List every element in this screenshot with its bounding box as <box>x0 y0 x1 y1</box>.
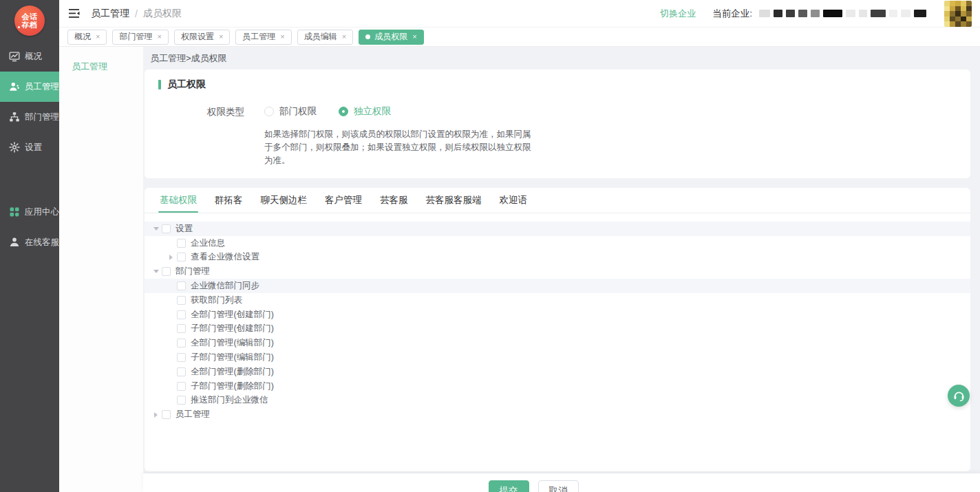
tree-checkbox[interactable] <box>177 281 186 290</box>
tree-checkbox[interactable] <box>162 410 171 419</box>
expand-arrow-icon[interactable] <box>167 253 175 261</box>
permission-tab[interactable]: 客户管理 <box>325 188 362 213</box>
permission-type-card: 员工权限 权限类型 部门权限 独立权限 如果选择部门权限，则该成员的权限以部门设… <box>145 69 970 178</box>
tree-row[interactable]: 查看企业微信设置 <box>145 250 970 265</box>
radio-option[interactable]: 独立权限 <box>339 105 391 118</box>
sidebar-item-overview[interactable]: 概况 <box>0 41 59 72</box>
expand-arrow-icon[interactable] <box>151 410 160 419</box>
footer-buttons: 提交 取消 <box>489 480 579 492</box>
cancel-button[interactable]: 取消 <box>538 480 579 492</box>
tree-checkbox[interactable] <box>177 382 186 391</box>
service-person-icon <box>9 237 20 248</box>
close-tab-icon[interactable]: × <box>96 33 100 41</box>
open-tab[interactable]: 权限设置 × <box>174 30 230 45</box>
tree-checkbox[interactable] <box>177 239 186 248</box>
switch-company-link[interactable]: 切换企业 <box>660 8 696 20</box>
expand-arrow-icon[interactable] <box>151 267 160 276</box>
close-tab-icon[interactable]: × <box>412 33 416 41</box>
section-title-text: 员工权限 <box>167 78 206 91</box>
active-tab-dot-icon <box>365 34 370 39</box>
open-tab-label: 权限设置 <box>181 31 214 43</box>
gear-icon <box>9 142 20 153</box>
tree-row[interactable]: 企业微信部门同步 <box>145 279 970 293</box>
close-tab-icon[interactable]: × <box>219 33 223 41</box>
radio-option[interactable]: 部门权限 <box>264 105 317 118</box>
tree-row[interactable]: 子部门管理(创建部门) <box>145 322 970 336</box>
sidebar-item-settings[interactable]: 设置 <box>0 132 59 162</box>
open-tab[interactable]: 员工管理 × <box>235 30 291 45</box>
user-avatar[interactable] <box>944 1 972 27</box>
tree-checkbox[interactable] <box>162 267 171 276</box>
tree-row[interactable]: 获取部门列表 <box>145 293 970 308</box>
tree-row[interactable]: 部门管理 <box>145 264 970 279</box>
app-logo[interactable]: 会话 存档 <box>14 6 45 36</box>
permission-tabs: 基础权限 群拓客 聊天侧边栏 客户管理 芸客服 芸客服客服端 欢迎语 <box>145 188 970 213</box>
tree-checkbox[interactable] <box>177 353 186 362</box>
tree-checkbox[interactable] <box>162 224 171 233</box>
expand-arrow-icon <box>167 382 175 391</box>
sidebar-item-app-center[interactable]: 应用中心 <box>0 197 59 227</box>
close-tab-icon[interactable]: × <box>342 33 346 41</box>
expand-arrow-icon <box>167 239 175 248</box>
submit-button[interactable]: 提交 <box>489 480 529 492</box>
tree-row-label: 全部门管理(创建部门) <box>191 309 274 321</box>
permission-type-label: 权限类型 <box>158 106 264 118</box>
tree-row[interactable]: 全部门管理(创建部门) <box>145 308 970 322</box>
trend-chart-icon <box>9 51 20 62</box>
close-tab-icon[interactable]: × <box>280 33 284 41</box>
permission-tab-label: 群拓客 <box>215 194 243 206</box>
close-tab-icon[interactable]: × <box>157 33 161 41</box>
tree-checkbox[interactable] <box>177 253 186 261</box>
permission-tab[interactable]: 聊天侧边栏 <box>261 188 308 213</box>
top-header: 员工管理 / 成员权限 切换企业 当前企业: <box>59 0 980 28</box>
permission-tab-label: 芸客服 <box>380 194 408 206</box>
permission-tab[interactable]: 芸客服客服端 <box>426 188 482 213</box>
tree-checkbox[interactable] <box>177 339 186 347</box>
tree-row[interactable]: 全部门管理(编辑部门) <box>145 336 970 350</box>
tree-row[interactable]: 设置 <box>145 222 970 236</box>
logo-text-line1: 会话 <box>22 12 38 21</box>
permission-tab[interactable]: 基础权限 <box>160 188 197 213</box>
open-tab[interactable]: 成员编辑 × <box>297 30 353 45</box>
expand-arrow-icon <box>167 396 175 405</box>
sidebar-item-label: 员工管理 <box>25 81 59 93</box>
tree-checkbox[interactable] <box>177 396 186 405</box>
open-tab-label: 成员编辑 <box>304 31 337 43</box>
tree-checkbox[interactable] <box>177 310 186 319</box>
permission-tab-label: 客户管理 <box>325 194 362 206</box>
collapse-menu-icon[interactable] <box>69 8 81 19</box>
permission-tab-label: 欢迎语 <box>500 194 528 206</box>
open-tab[interactable]: 部门管理 × <box>112 30 168 45</box>
tree-row[interactable]: 员工管理 <box>145 407 970 422</box>
tree-row[interactable]: 子部门管理(编辑部门) <box>145 350 970 365</box>
sidebar-spacer <box>0 162 59 197</box>
tree-checkbox[interactable] <box>177 367 186 376</box>
sidebar-item-department-management[interactable]: 部门管理 <box>0 102 59 132</box>
open-tab[interactable]: 成员权限 × <box>359 30 423 45</box>
permission-tab[interactable]: 欢迎语 <box>500 188 528 213</box>
content-row: 员工管理 员工管理>成员权限 员工权限 权限类型 部门权限 独立权限 如果选择部… <box>59 47 980 492</box>
tree-checkbox[interactable] <box>177 296 186 305</box>
breadcrumb-section[interactable]: 员工管理 <box>91 8 129 20</box>
tree-row-label: 全部门管理(删除部门) <box>191 366 274 378</box>
permission-detail-card: 基础权限 群拓客 聊天侧边栏 客户管理 芸客服 芸客服客服端 欢迎语 设置 企业… <box>145 188 970 471</box>
tree-row[interactable]: 全部门管理(删除部门) <box>145 365 970 379</box>
tree-checkbox[interactable] <box>177 324 186 333</box>
expand-arrow-icon <box>167 367 175 376</box>
page-breadcrumb: 员工管理>成员权限 <box>145 52 970 69</box>
permission-tab[interactable]: 群拓客 <box>215 188 243 213</box>
permission-tab[interactable]: 芸客服 <box>380 188 408 213</box>
tree-row[interactable]: 企业信息 <box>145 236 970 250</box>
open-tab[interactable]: 概况 × <box>67 30 107 45</box>
tree-row[interactable]: 子部门管理(删除部门) <box>145 379 970 394</box>
tree-row[interactable]: 推送部门到企业微信 <box>145 394 970 408</box>
breadcrumb-separator: / <box>135 8 138 19</box>
sidebar-item-staff-management[interactable]: 员工管理 <box>0 72 59 102</box>
sidebar-item-online-service[interactable]: 在线客服 <box>0 227 59 257</box>
sidebar-nav-bottom: 应用中心 在线客服 <box>0 197 59 257</box>
radio-option-label: 部门权限 <box>279 105 317 118</box>
customer-service-float-button[interactable] <box>948 385 970 407</box>
expand-arrow-icon <box>167 353 175 362</box>
secondary-sidebar-item-staff-management[interactable]: 员工管理 <box>59 56 143 77</box>
expand-arrow-icon[interactable] <box>151 224 160 233</box>
